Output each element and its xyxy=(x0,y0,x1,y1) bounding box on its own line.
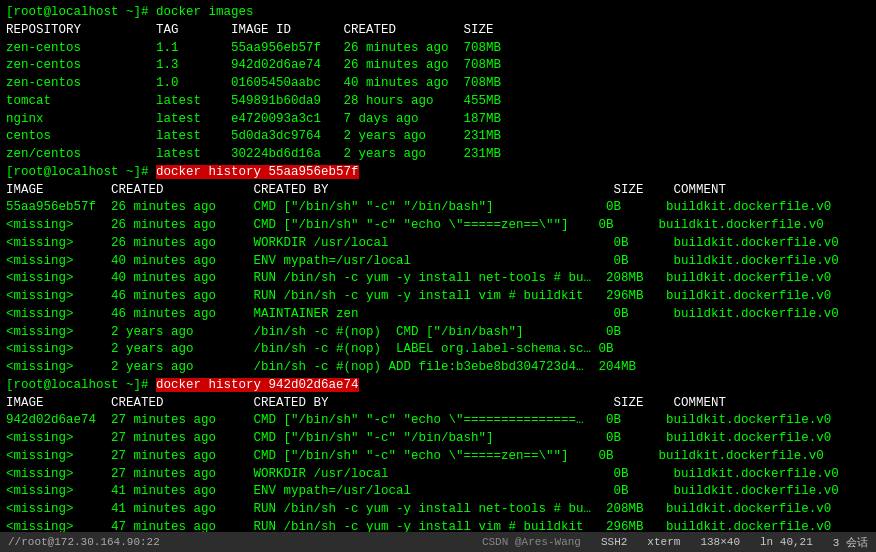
terminal-line: 55aa956eb57f 26 minutes ago CMD ["/bin/s… xyxy=(6,199,870,217)
terminal-line: <missing> 46 minutes ago RUN /bin/sh -c … xyxy=(6,288,870,306)
terminal-line: 942d02d6ae74 27 minutes ago CMD ["/bin/s… xyxy=(6,412,870,430)
terminal-line: centos latest 5d0da3dc9764 2 years ago 2… xyxy=(6,128,870,146)
terminal-line: <missing> 40 minutes ago RUN /bin/sh -c … xyxy=(6,270,870,288)
terminal-line: <missing> 27 minutes ago CMD ["/bin/sh" … xyxy=(6,430,870,448)
terminal-line: <missing> 27 minutes ago WORKDIR /usr/lo… xyxy=(6,466,870,484)
terminal-line: <missing> 47 minutes ago RUN /bin/sh -c … xyxy=(6,519,870,532)
statusbar-left: //root@172.30.164.90:22 xyxy=(8,536,160,548)
watermark: CSDN @Ares-Wang xyxy=(482,536,581,548)
terminal-line: <missing> 41 minutes ago ENV mypath=/usr… xyxy=(6,483,870,501)
terminal-line: <missing> 26 minutes ago CMD ["/bin/sh" … xyxy=(6,217,870,235)
terminal-line: zen/centos latest 30224bd6d16a 2 years a… xyxy=(6,146,870,164)
statusbar-pos: ln 40,21 xyxy=(760,536,813,548)
terminal-line: <missing> 27 minutes ago CMD ["/bin/sh" … xyxy=(6,448,870,466)
terminal-line: [root@localhost ~]# docker history 55aa9… xyxy=(6,164,870,182)
terminal-line: IMAGE CREATED CREATED BY SIZE COMMENT xyxy=(6,182,870,200)
terminal-line: <missing> 2 years ago /bin/sh -c #(nop) … xyxy=(6,341,870,359)
terminal-line: <missing> 40 minutes ago ENV mypath=/usr… xyxy=(6,253,870,271)
terminal-line: <missing> 41 minutes ago RUN /bin/sh -c … xyxy=(6,501,870,519)
terminal-line: REPOSITORY TAG IMAGE ID CREATED SIZE xyxy=(6,22,870,40)
terminal-line: zen-centos 1.1 55aa956eb57f 26 minutes a… xyxy=(6,40,870,58)
terminal-line: <missing> 46 minutes ago MAINTAINER zen … xyxy=(6,306,870,324)
terminal-line: nginx latest e4720093a3c1 7 days ago 187… xyxy=(6,111,870,129)
terminal: [root@localhost ~]# docker imagesREPOSIT… xyxy=(0,0,876,532)
terminal-line: <missing> 2 years ago /bin/sh -c #(nop) … xyxy=(6,359,870,377)
terminal-line: zen-centos 1.3 942d02d6ae74 26 minutes a… xyxy=(6,57,870,75)
terminal-line: IMAGE CREATED CREATED BY SIZE COMMENT xyxy=(6,395,870,413)
terminal-line: [root@localhost ~]# docker images xyxy=(6,4,870,22)
terminal-line: <missing> 2 years ago /bin/sh -c #(nop) … xyxy=(6,324,870,342)
terminal-line: [root@localhost ~]# docker history 942d0… xyxy=(6,377,870,395)
statusbar-sessions: 3 会话 xyxy=(833,535,868,550)
statusbar-ssh: SSH2 xyxy=(601,536,627,548)
statusbar-size: 138×40 xyxy=(700,536,740,548)
terminal-line: <missing> 26 minutes ago WORKDIR /usr/lo… xyxy=(6,235,870,253)
terminal-line: tomcat latest 549891b60da9 28 hours ago … xyxy=(6,93,870,111)
statusbar: //root@172.30.164.90:22 CSDN @Ares-Wang … xyxy=(0,532,876,552)
statusbar-term: xterm xyxy=(647,536,680,548)
terminal-line: zen-centos 1.0 01605450aabc 40 minutes a… xyxy=(6,75,870,93)
